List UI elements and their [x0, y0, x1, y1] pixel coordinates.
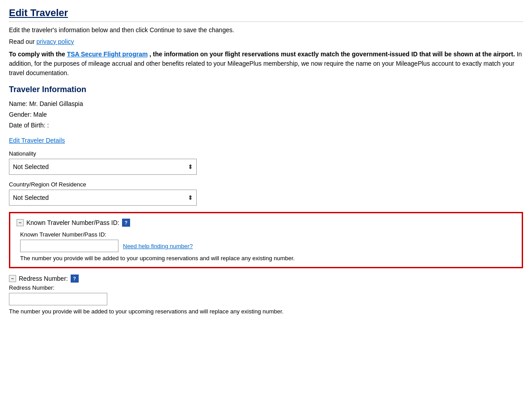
country-select-wrapper: Not Selected ⬍: [9, 190, 197, 206]
redress-info-text: The number you provide will be added to …: [9, 308, 523, 315]
ktn-input-row: Need help finding number?: [17, 240, 515, 252]
nationality-label: Nationality: [9, 150, 523, 157]
ktn-section-label: Known Traveler Number/Pass ID:: [26, 219, 119, 226]
nationality-select-wrapper: Not Selected ⬍: [9, 159, 197, 175]
privacy-policy-link[interactable]: privacy policy: [36, 38, 74, 45]
ktn-section: − Known Traveler Number/Pass ID: ? Known…: [9, 212, 523, 268]
ktn-sub-label: Known Traveler Number/Pass ID:: [17, 231, 515, 238]
ktn-section-header: − Known Traveler Number/Pass ID: ?: [17, 219, 515, 227]
redress-section: − Redress Number: ? Redress Number: The …: [9, 275, 523, 315]
redress-collapse-icon[interactable]: −: [9, 275, 16, 282]
country-label: Country/Region Of Residence: [9, 181, 523, 188]
ktn-help-link[interactable]: Need help finding number?: [123, 243, 193, 249]
traveler-dob-line: Date of Birth: :: [9, 120, 523, 131]
ktn-help-icon[interactable]: ?: [122, 219, 130, 227]
page-title: Edit Traveler: [9, 7, 523, 22]
ktn-collapse-icon[interactable]: −: [17, 219, 24, 226]
redress-section-header: − Redress Number: ?: [9, 275, 523, 283]
intro-text: Edit the traveler's information below an…: [9, 26, 523, 34]
redress-sub-label: Redress Number:: [9, 284, 523, 291]
traveler-info-block: Name: Mr. Daniel Gillaspia Gender: Male …: [9, 99, 523, 131]
redress-input-row: [9, 293, 523, 305]
ktn-input[interactable]: [20, 240, 118, 252]
traveler-info-section-title: Traveler Information: [9, 85, 523, 94]
ktn-info-text: The number you provide will be added to …: [17, 255, 515, 262]
traveler-gender-line: Gender: Male: [9, 110, 523, 120]
redress-help-icon[interactable]: ?: [71, 275, 79, 283]
edit-traveler-link[interactable]: Edit Traveler Details: [9, 137, 65, 144]
traveler-name-line: Name: Mr. Daniel Gillaspia: [9, 99, 523, 110]
tsa-notice: To comply with the TSA Secure Flight pro…: [9, 50, 523, 78]
redress-section-label: Redress Number:: [19, 275, 68, 282]
nationality-field-group: Nationality Not Selected ⬍: [9, 150, 523, 175]
redress-input[interactable]: [9, 293, 107, 305]
privacy-line: Read our privacy policy: [9, 38, 523, 45]
country-field-group: Country/Region Of Residence Not Selected…: [9, 181, 523, 206]
tsa-link[interactable]: TSA Secure Flight program: [67, 51, 148, 58]
nationality-select[interactable]: Not Selected: [9, 159, 197, 175]
country-select[interactable]: Not Selected: [9, 190, 197, 206]
